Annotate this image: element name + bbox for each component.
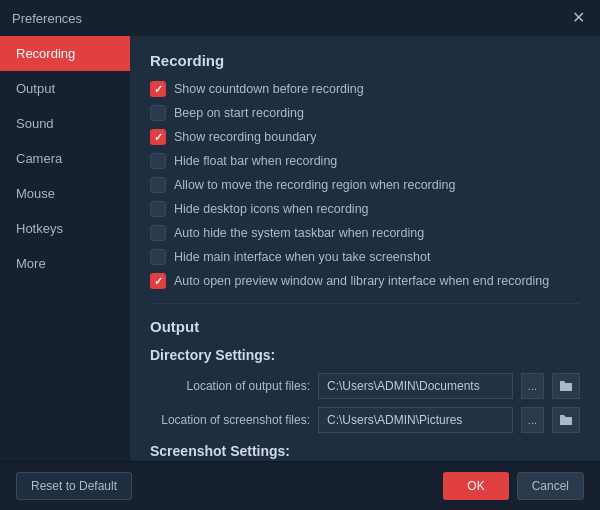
action-buttons: OK Cancel — [443, 472, 584, 500]
checkbox-taskbar-label[interactable]: Auto hide the system taskbar when record… — [174, 226, 424, 240]
screenshot-files-label: Location of screenshot files: — [150, 413, 310, 427]
preferences-dialog: Preferences ✕ Recording Output Sound Cam… — [0, 0, 600, 510]
output-files-folder-button[interactable] — [552, 373, 580, 399]
checkbox-beep: Beep on start recording — [150, 105, 580, 121]
sidebar-item-recording[interactable]: Recording — [0, 36, 130, 71]
ok-button[interactable]: OK — [443, 472, 508, 500]
screenshot-section: Screenshot Settings: Screenshot format: … — [150, 443, 580, 461]
checkbox-desktop-icons: Hide desktop icons when recording — [150, 201, 580, 217]
output-files-label: Location of output files: — [150, 379, 310, 393]
recording-section-title: Recording — [150, 52, 580, 69]
checkbox-boundary: Show recording boundary — [150, 129, 580, 145]
checkbox-taskbar: Auto hide the system taskbar when record… — [150, 225, 580, 241]
checkbox-preview: Auto open preview window and library int… — [150, 273, 580, 289]
checkbox-movable-input[interactable] — [150, 177, 166, 193]
section-divider — [150, 303, 580, 304]
checkbox-boundary-input[interactable] — [150, 129, 166, 145]
checkbox-beep-input[interactable] — [150, 105, 166, 121]
checkbox-floatbar-label[interactable]: Hide float bar when recording — [174, 154, 337, 168]
folder-icon-2 — [559, 414, 573, 426]
checkbox-movable-label[interactable]: Allow to move the recording region when … — [174, 178, 455, 192]
output-section-title: Output — [150, 318, 580, 335]
sidebar-item-sound[interactable]: Sound — [0, 106, 130, 141]
checkbox-countdown-label[interactable]: Show countdown before recording — [174, 82, 364, 96]
screenshot-files-folder-button[interactable] — [552, 407, 580, 433]
output-files-dots-button[interactable]: ... — [521, 373, 544, 399]
screenshot-files-row: Location of screenshot files: ... — [150, 407, 580, 433]
checkbox-preview-input[interactable] — [150, 273, 166, 289]
folder-icon — [559, 380, 573, 392]
dialog-title: Preferences — [12, 11, 82, 26]
checkbox-main-interface: Hide main interface when you take screen… — [150, 249, 580, 265]
title-bar: Preferences ✕ — [0, 0, 600, 36]
screenshot-settings-title: Screenshot Settings: — [150, 443, 580, 459]
checkbox-countdown-input[interactable] — [150, 81, 166, 97]
checkbox-beep-label[interactable]: Beep on start recording — [174, 106, 304, 120]
directory-settings-title: Directory Settings: — [150, 347, 580, 363]
sidebar-item-hotkeys[interactable]: Hotkeys — [0, 211, 130, 246]
checkbox-boundary-label[interactable]: Show recording boundary — [174, 130, 316, 144]
checkbox-main-interface-label[interactable]: Hide main interface when you take screen… — [174, 250, 430, 264]
checkbox-desktop-icons-label[interactable]: Hide desktop icons when recording — [174, 202, 369, 216]
reset-button[interactable]: Reset to Default — [16, 472, 132, 500]
checkbox-floatbar-input[interactable] — [150, 153, 166, 169]
content-area: Recording Output Sound Camera Mouse Hotk… — [0, 36, 600, 461]
close-button[interactable]: ✕ — [568, 8, 588, 28]
sidebar-item-camera[interactable]: Camera — [0, 141, 130, 176]
checkbox-countdown: Show countdown before recording — [150, 81, 580, 97]
screenshot-files-input[interactable] — [318, 407, 513, 433]
sidebar-item-more[interactable]: More — [0, 246, 130, 281]
cancel-button[interactable]: Cancel — [517, 472, 584, 500]
sidebar-item-output[interactable]: Output — [0, 71, 130, 106]
checkbox-main-interface-input[interactable] — [150, 249, 166, 265]
sidebar-item-mouse[interactable]: Mouse — [0, 176, 130, 211]
screenshot-files-dots-button[interactable]: ... — [521, 407, 544, 433]
main-panel: Recording Show countdown before recordin… — [130, 36, 600, 461]
checkbox-preview-label[interactable]: Auto open preview window and library int… — [174, 274, 549, 288]
checkbox-taskbar-input[interactable] — [150, 225, 166, 241]
output-section: Output Directory Settings: Location of o… — [150, 318, 580, 433]
sidebar: Recording Output Sound Camera Mouse Hotk… — [0, 36, 130, 461]
checkbox-movable: Allow to move the recording region when … — [150, 177, 580, 193]
checkbox-desktop-icons-input[interactable] — [150, 201, 166, 217]
output-files-input[interactable] — [318, 373, 513, 399]
checkbox-floatbar: Hide float bar when recording — [150, 153, 580, 169]
bottom-bar: Reset to Default OK Cancel — [0, 461, 600, 510]
output-files-row: Location of output files: ... — [150, 373, 580, 399]
